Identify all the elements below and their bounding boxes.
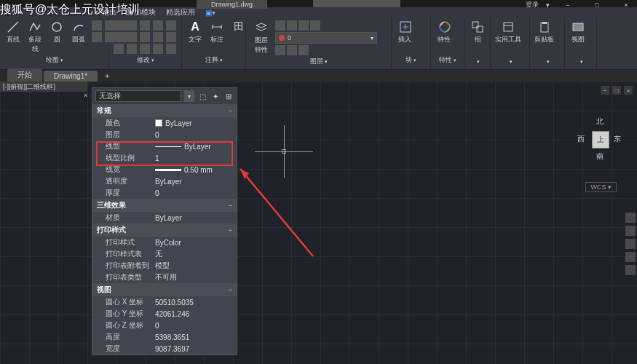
group-tool[interactable]: 组 [469,20,486,44]
viewcube-east[interactable]: 东 [614,134,621,144]
cz-row[interactable]: 圆心 Z 坐标 0 [92,320,237,331]
plottable-row[interactable]: 打印样式表 无 [92,248,237,260]
lineweight-row[interactable]: 线宽 0.50 mm [92,164,237,175]
layer-group-label[interactable]: 图层▾ [250,55,387,68]
collapse-icon: − [229,286,232,293]
pickset-icon[interactable]: ✦ [210,91,221,101]
thickness-row[interactable]: 厚度 0 [92,187,237,199]
clip-group-label[interactable]: ▾ [534,56,560,66]
layer-dropdown[interactable]: 0 ▾ [275,32,377,44]
viewcube-south[interactable]: 南 [596,151,604,162]
modify-group-label[interactable]: 修改▾ [114,54,177,66]
threed-section-header[interactable]: 三维效果 − [92,199,237,212]
view-section-header[interactable]: 视图 − [92,283,237,296]
drawing-tab[interactable]: Drawing1* [44,71,98,82]
clipboard-icon [538,20,551,33]
login-button[interactable]: 登录 [526,0,539,9]
circle-tool[interactable]: 圆 [48,20,66,44]
layer-tool-4[interactable] [310,20,320,31]
cx-row[interactable]: 圆心 X 坐标 50510.5035 [92,296,237,308]
layer-row[interactable]: 图层 0 [92,129,237,141]
layer-tool-3[interactable] [298,20,309,31]
view-icon [571,20,585,33]
ltscale-row[interactable]: 线型比例 1 [92,152,237,164]
layer-props-tool[interactable]: 图层 特性 [250,21,272,55]
ribbon: 直线 多段线 圆 圆弧 绘图▾ [0,17,637,70]
dim-tool[interactable]: 标注 [208,20,226,44]
viewcube-north[interactable]: 北 [596,116,604,127]
plot-section-header[interactable]: 打印样式 − [92,223,237,237]
view-tool[interactable]: 视图 [569,20,587,44]
properties-panel: 无选择 ▾ ⬚ ✦ ⊞ 常规 − 颜色 ByLayer 图层 0 线型 ByLa… [92,87,237,355]
draw-group-label[interactable]: 绘图▾ [4,54,104,66]
material-row[interactable]: 材质 ByLayer [92,212,237,223]
util-group-label[interactable]: ▾ [495,56,525,66]
width-row[interactable]: 宽度 9087.3697 [92,343,237,355]
view-label[interactable]: [-][俯视][二维线框] [0,82,87,92]
start-tab[interactable]: 开始 [7,68,42,82]
canvas-min-icon[interactable]: − [601,86,609,95]
block-group-label[interactable]: 块▾ [396,54,426,66]
nav-tool-5[interactable] [625,265,636,275]
menu-expand-icon[interactable]: ▣▾ [205,9,215,17]
nav-tool-3[interactable] [625,239,636,249]
layer-tool-5[interactable] [275,45,285,55]
nav-tool-4[interactable] [625,252,636,262]
maximize-icon[interactable]: □ [586,1,608,9]
canvas-area[interactable]: [-][俯视][二维线框] × − □ × 无选择 ▾ ⬚ ✦ ⊞ 常规 − 颜… [0,82,637,364]
linetype-row[interactable]: 线型 ByLayer [92,141,237,152]
props-icon [438,20,451,33]
nav-tool-2[interactable] [625,226,636,236]
svg-rect-12 [542,22,547,24]
props-group-label[interactable]: 特性▾ [435,54,459,66]
viewcube-west[interactable]: 西 [577,134,585,144]
quick-select-icon[interactable]: ⬚ [197,91,207,101]
annotate-group-label[interactable]: 注释▾ [186,54,241,66]
layer-tool-7[interactable] [298,45,309,55]
wcs-label[interactable]: WCS ▾ [585,182,617,192]
quickcalc-icon[interactable]: ⊞ [223,91,234,101]
arc-tool[interactable]: 圆弧 [70,20,87,44]
group-group-label[interactable]: ▾ [469,56,486,66]
menu-featured[interactable]: 精选应用 [166,7,195,17]
text-tool[interactable]: A 文字 [186,20,204,44]
plotattach-row[interactable]: 打印表附着到 模型 [92,260,237,272]
close-icon[interactable]: × [615,1,637,9]
minimize-icon[interactable]: − [557,1,579,9]
login-dropdown-icon[interactable]: ▾ [546,1,550,9]
viewcube[interactable]: 北 南 西 东 上 [579,118,622,162]
nav-tool-1[interactable] [625,213,636,223]
search-input[interactable] [313,0,400,7]
table-tool[interactable]: 田 [230,20,248,33]
util-tool[interactable]: 实用工具 [495,20,521,44]
svg-rect-9 [504,23,513,31]
linetype-preview [155,146,181,147]
collapse-icon: − [229,202,232,209]
layer-tool-1[interactable] [275,20,285,31]
view-group-label[interactable]: ▾ [569,56,592,66]
layer-tool-6[interactable] [287,45,297,55]
polyline-tool[interactable]: 多段线 [26,20,44,54]
add-tab-icon[interactable]: + [99,71,115,82]
height-row[interactable]: 高度 5398.3651 [92,331,237,343]
color-row[interactable]: 颜色 ByLayer [92,117,237,129]
circle-icon [50,20,63,33]
canvas-close-icon[interactable]: × [624,86,633,95]
selection-dropdown[interactable]: 无选择 [95,90,181,102]
viewcube-top-face[interactable]: 上 [592,131,609,149]
general-section-header[interactable]: 常规 − [92,104,237,117]
layer-tool-2[interactable] [287,20,297,31]
modify-tools[interactable] [114,20,178,54]
panel-close-icon[interactable]: × [84,92,87,99]
line-tool[interactable]: 直线 [4,20,22,44]
plottype-row[interactable]: 打印表类型 不可用 [92,272,237,283]
canvas-max-icon[interactable]: □ [612,86,621,95]
transparency-row[interactable]: 透明度 ByLayer [92,175,237,187]
filename-tab[interactable]: Drawing1.dwg [197,0,267,9]
clipboard-tool[interactable]: 剪贴板 [534,20,554,44]
insert-tool[interactable]: 插入 [396,20,414,44]
selection-dropdown-arrow-icon[interactable]: ▾ [184,90,194,102]
cy-row[interactable]: 圆心 Y 坐标 42061.246 [92,308,237,320]
plotstyle-row[interactable]: 打印样式 ByColor [92,237,237,248]
props-tool[interactable]: 特性 [435,20,453,44]
